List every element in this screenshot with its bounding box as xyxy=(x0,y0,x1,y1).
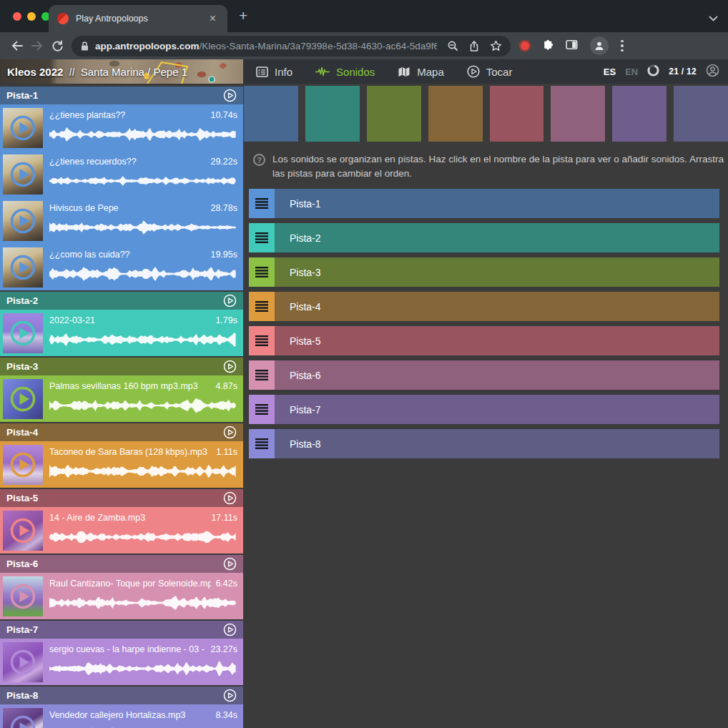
clip-item[interactable]: 14 - Aire de Zamba.mp317.11s xyxy=(0,507,243,554)
clip-item[interactable]: ¿¿tienes plantas??10.74s xyxy=(0,104,243,151)
track-drag-handle[interactable] xyxy=(249,326,275,355)
track-color-swatch[interactable] xyxy=(305,86,360,142)
zoom-out-icon[interactable] xyxy=(447,40,458,51)
track-row-bar[interactable]: Pista-3 xyxy=(275,257,719,287)
track-color-swatch[interactable] xyxy=(674,86,728,142)
track-play-button[interactable] xyxy=(223,89,237,102)
project-banner-image[interactable]: Kleos 2022 // Santa Marina / Pepe 1 xyxy=(0,59,243,84)
track-play-button[interactable] xyxy=(223,294,237,308)
track-play-button[interactable] xyxy=(223,360,237,373)
traffic-light-minimize[interactable] xyxy=(27,12,36,21)
track-row-bar[interactable]: Pista-4 xyxy=(275,292,719,321)
clip-play-overlay-icon[interactable] xyxy=(3,108,43,148)
track-drag-handle[interactable] xyxy=(249,360,275,390)
track-row-bar[interactable]: Pista-2 xyxy=(275,223,719,252)
track-drag-handle[interactable] xyxy=(249,257,275,287)
track-header[interactable]: Pista-4 xyxy=(0,423,243,441)
clip-item[interactable]: 2022-03-211.79s xyxy=(0,310,243,356)
clip-item[interactable]: Hiviscus de Pepe28.78s xyxy=(0,197,243,244)
clip-thumbnail[interactable] xyxy=(3,313,43,353)
back-button[interactable] xyxy=(7,36,27,56)
track-row[interactable]: Pista-3 xyxy=(249,257,719,287)
track-row[interactable]: Pista-1 xyxy=(249,189,719,218)
clip-item[interactable]: Vendedor callejero Hortalizas.mp38.34s xyxy=(0,704,243,728)
breadcrumb-project[interactable]: Kleos 2022 xyxy=(7,66,63,78)
nav-item-info[interactable]: Info xyxy=(256,66,292,78)
clip-item[interactable]: sergio cuevas - la harpe indienne - 03 -… xyxy=(0,639,243,685)
track-play-button[interactable] xyxy=(223,623,237,636)
track-row[interactable]: Pista-8 xyxy=(249,429,719,458)
track-row-bar[interactable]: Pista-6 xyxy=(275,360,719,390)
clip-thumbnail[interactable] xyxy=(3,154,43,195)
new-tab-button[interactable]: + xyxy=(239,9,247,23)
clip-thumbnail[interactable] xyxy=(3,642,43,682)
account-icon[interactable] xyxy=(706,64,719,80)
track-color-swatch[interactable] xyxy=(551,86,605,142)
bookmark-star-icon[interactable] xyxy=(490,40,502,51)
lang-es-button[interactable]: ES xyxy=(604,67,616,77)
record-extension-icon[interactable] xyxy=(521,41,529,50)
track-row-bar[interactable]: Pista-8 xyxy=(275,429,719,458)
track-row-bar[interactable]: Pista-5 xyxy=(275,326,719,355)
clip-play-overlay-icon[interactable] xyxy=(3,379,43,419)
clip-thumbnail[interactable] xyxy=(3,379,43,419)
track-header[interactable]: Pista-8 xyxy=(0,687,243,704)
clip-thumbnail[interactable] xyxy=(3,247,43,287)
tab-search-chevron-icon[interactable] xyxy=(709,11,718,24)
traffic-light-close[interactable] xyxy=(13,12,21,21)
track-row[interactable]: Pista-4 xyxy=(249,292,719,321)
clip-play-overlay-icon[interactable] xyxy=(3,642,43,682)
clip-play-overlay-icon[interactable] xyxy=(3,247,43,287)
track-play-button[interactable] xyxy=(223,426,237,439)
track-header[interactable]: Pista-1 xyxy=(0,87,243,104)
extensions-puzzle-icon[interactable] xyxy=(541,39,554,53)
clip-play-overlay-icon[interactable] xyxy=(3,201,43,241)
forward-button[interactable] xyxy=(27,36,47,56)
track-color-swatch[interactable] xyxy=(428,86,483,142)
track-row[interactable]: Pista-2 xyxy=(249,223,719,252)
track-header[interactable]: Pista-3 xyxy=(0,358,243,375)
track-play-button[interactable] xyxy=(223,689,237,702)
share-icon[interactable] xyxy=(468,40,480,52)
clip-thumbnail[interactable] xyxy=(3,445,43,485)
track-header[interactable]: Pista-6 xyxy=(0,555,243,573)
clip-thumbnail[interactable] xyxy=(3,708,43,728)
track-row[interactable]: Pista-6 xyxy=(249,360,719,390)
track-color-swatch[interactable] xyxy=(612,86,666,142)
profile-avatar[interactable] xyxy=(590,36,609,55)
clip-play-overlay-icon[interactable] xyxy=(3,154,43,195)
track-drag-handle[interactable] xyxy=(249,292,275,321)
track-play-button[interactable] xyxy=(223,491,237,505)
clip-play-overlay-icon[interactable] xyxy=(3,511,43,551)
clip-play-overlay-icon[interactable] xyxy=(3,708,43,728)
track-color-swatch[interactable] xyxy=(244,86,298,142)
reload-button[interactable] xyxy=(47,36,67,56)
clip-thumbnail[interactable] xyxy=(3,576,43,616)
track-header[interactable]: Pista-5 xyxy=(0,489,243,507)
tab-close-icon[interactable]: × xyxy=(207,11,219,26)
nav-item-mapa[interactable]: Mapa xyxy=(398,66,444,78)
track-drag-handle[interactable] xyxy=(249,395,275,424)
track-header[interactable]: Pista-2 xyxy=(0,292,243,310)
clip-item[interactable]: ¿¿como las cuida??19.95s xyxy=(0,244,243,290)
nav-item-tocar[interactable]: Tocar xyxy=(467,65,513,78)
clip-item[interactable]: Taconeo de Sara Baras (128 kbps).mp31.11… xyxy=(0,441,243,488)
track-color-swatch[interactable] xyxy=(367,86,421,142)
clip-thumbnail[interactable] xyxy=(3,511,43,551)
clip-item[interactable]: Raul Cantizano- Toque por Solenoide.mp36… xyxy=(0,573,243,619)
url-bar[interactable]: app.antropoloops.com/Kleos-Santa-Marina/… xyxy=(72,36,511,56)
track-drag-handle[interactable] xyxy=(249,429,275,458)
track-drag-handle[interactable] xyxy=(249,223,275,252)
clip-play-overlay-icon[interactable] xyxy=(3,576,43,616)
track-row-bar[interactable]: Pista-1 xyxy=(275,189,719,218)
browser-menu-icon[interactable] xyxy=(621,40,624,52)
lang-en-button[interactable]: EN xyxy=(625,67,638,77)
track-play-button[interactable] xyxy=(223,557,237,571)
track-header[interactable]: Pista-7 xyxy=(0,621,243,639)
clip-item[interactable]: Palmas sevillanas 160 bpm mp3.mp34.87s xyxy=(0,375,243,422)
browser-tab[interactable]: Play Antropoloops × xyxy=(49,5,227,32)
clip-item[interactable]: ¿¿tienes recuerdos??29.22s xyxy=(0,151,243,197)
clip-thumbnail[interactable] xyxy=(3,108,43,148)
track-drag-handle[interactable] xyxy=(249,189,275,218)
track-color-swatch[interactable] xyxy=(490,86,544,142)
